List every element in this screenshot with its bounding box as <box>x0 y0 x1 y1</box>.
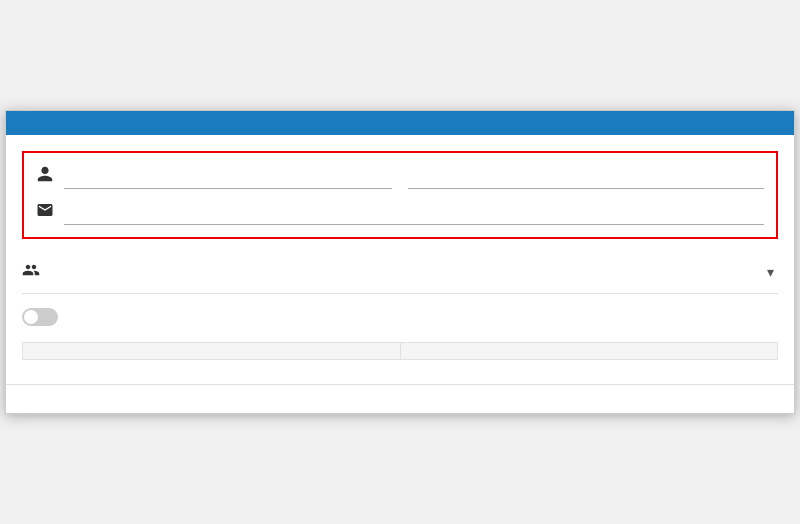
required-fields-section <box>22 151 778 239</box>
permissions-select[interactable] <box>50 264 778 280</box>
first-name-group <box>36 165 392 189</box>
email-field-wrap <box>64 201 764 225</box>
permissions-table-section <box>22 342 778 360</box>
person-icon <box>36 165 56 187</box>
add-user-dialog: ▾ <box>5 110 795 414</box>
set-password-row <box>22 308 778 326</box>
col-label-header <box>23 343 401 360</box>
last-name-field-wrap <box>408 165 764 189</box>
permissions-table <box>22 342 778 360</box>
permissions-row: ▾ <box>22 251 778 294</box>
dialog-body: ▾ <box>6 135 794 384</box>
last-name-input[interactable] <box>408 165 764 189</box>
roles-icon <box>22 261 42 283</box>
email-row <box>36 201 764 225</box>
chevron-down-icon: ▾ <box>767 264 774 280</box>
last-name-group <box>408 165 764 189</box>
set-password-toggle[interactable] <box>22 308 58 326</box>
cancel-button[interactable] <box>730 395 746 403</box>
email-icon <box>36 201 56 223</box>
create-button[interactable] <box>762 395 778 403</box>
first-name-field-wrap <box>64 165 392 189</box>
email-input[interactable] <box>64 201 764 225</box>
col-permissions-header <box>400 343 778 360</box>
dialog-header <box>6 111 794 135</box>
table-header-row <box>23 343 778 360</box>
dialog-footer <box>6 384 794 413</box>
name-row <box>36 165 764 189</box>
first-name-input[interactable] <box>64 165 392 189</box>
